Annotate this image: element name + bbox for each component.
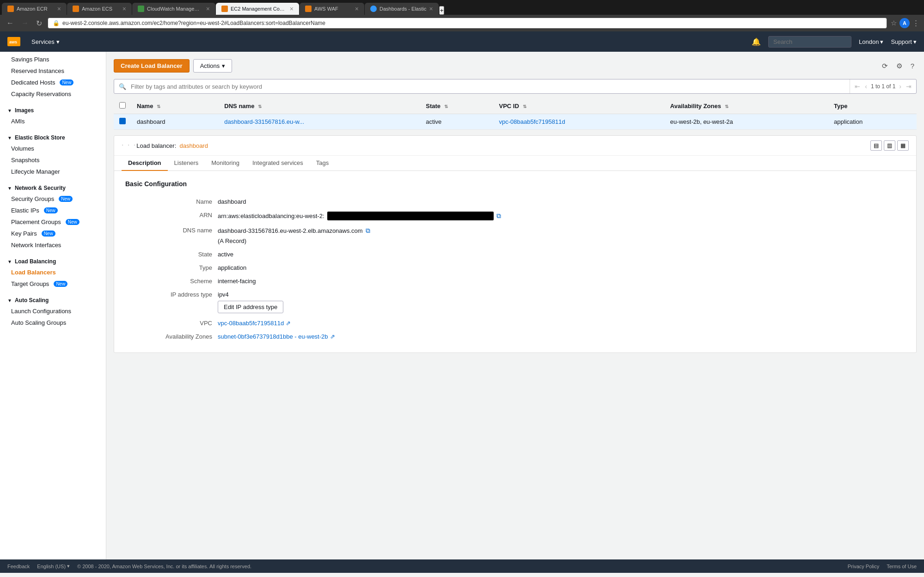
tab-ec2[interactable]: EC2 Management Console × [216,3,299,15]
sidebar-item-security-groups[interactable]: Security Groups New [0,193,106,205]
row-checkbox[interactable] [119,118,126,124]
sidebar-item-volumes[interactable]: Volumes [0,143,106,154]
detail-view-btn-1[interactable]: ▤ [870,140,882,151]
sidebar-item-load-balancers[interactable]: Load Balancers [0,267,106,278]
notifications-button[interactable]: 🔔 [752,37,761,46]
support-menu[interactable]: Support ▾ [891,38,917,45]
tab-ecs[interactable]: Amazon ECS × [67,3,132,15]
refresh-button[interactable]: ↻ [34,18,44,29]
tab-close-ec2[interactable]: × [290,6,294,12]
tab-close-ecr[interactable]: × [57,6,61,12]
col-az[interactable]: Availability Zones ⇅ [665,98,828,114]
sidebar-item-snapshots[interactable]: Snapshots [0,154,106,166]
aws-topbar: aws Services ▾ 🔔 London ▾ Support ▾ [0,31,924,52]
sidebar-item-auto-scaling-groups[interactable]: Auto Scaling Groups [0,317,106,328]
sidebar-section-header-lb[interactable]: ▼ Load Balancing [0,255,106,267]
tab-cloudwatch[interactable]: CloudWatch Management C... × [132,3,215,15]
sidebar-item-capacity-reservations[interactable]: Capacity Reservations [0,88,106,100]
col-name[interactable]: Name ⇅ [131,98,219,114]
sidebar-item-placement-groups[interactable]: Placement Groups New [0,216,106,228]
col-type[interactable]: Type [828,98,917,114]
vpc-link[interactable]: vpc-08baab5fc7195811d ⇗ [218,320,291,327]
first-page-button[interactable]: ⇤ [854,82,861,91]
sidebar-item-reserved-instances[interactable]: Reserved Instances [0,65,106,77]
browser-nav: ← → ↻ 🔒 eu-west-2.console.aws.amazon.com… [0,15,924,31]
bottom-bar-right: Privacy Policy Terms of Use [848,564,917,569]
sidebar-item-savings-plans[interactable]: Savings Plans [0,54,106,65]
tab-title-cloudwatch: CloudWatch Management C... [147,6,203,12]
tab-ecr[interactable]: Amazon ECR × [2,3,67,15]
sidebar-item-lifecycle-manager[interactable]: Lifecycle Manager [0,166,106,177]
sidebar-item-amis[interactable]: AMIs [0,115,106,127]
settings-button[interactable]: ⚙ [894,61,905,72]
create-load-balancer-button[interactable]: Create Load Balancer [114,59,190,73]
az-link[interactable]: subnet-0bf3e6737918d1bbe - eu-west-2b ⇗ [218,333,335,340]
col-dns[interactable]: DNS name ⇅ [219,98,420,114]
bookmark-button[interactable]: ☆ [891,19,897,27]
az-external-link-icon: ⇗ [330,333,335,340]
detail-header-right: ▤ ▥ ▦ [870,140,909,151]
badge-new-dedicated-hosts: New [60,79,73,85]
tab-waf[interactable]: AWS WAF × [300,3,364,15]
sidebar-section-network: ▼ Network & Security Security Groups New… [0,179,106,253]
last-page-button[interactable]: ⇥ [905,82,912,91]
edit-ip-address-type-button[interactable]: Edit IP address type [218,301,283,313]
col-state[interactable]: State ⇅ [420,98,493,114]
help-button[interactable]: ? [908,61,917,71]
search-icon: 🔍 [114,80,131,93]
new-tab-button[interactable]: + [439,6,445,15]
menu-button[interactable]: ⋮ [912,19,919,27]
refresh-button[interactable]: ⟳ [880,61,890,72]
tab-close-elastic[interactable]: × [429,6,433,12]
sidebar-section-header-ebs[interactable]: ▼ Elastic Block Store [0,131,106,143]
tab-listeners[interactable]: Listeners [168,156,205,171]
tab-close-ecs[interactable]: × [122,6,126,12]
table-row[interactable]: dashboard dashboard-331567816.eu-w... ac… [114,114,917,130]
sidebar-item-launch-configs[interactable]: Launch Configurations [0,305,106,317]
sidebar-item-key-pairs[interactable]: Key Pairs New [0,228,106,239]
sidebar-section-top: Savings Plans Reserved Instances Dedicat… [0,52,106,102]
dns-copy-icon[interactable]: ⧉ [366,227,370,235]
row-vpc: vpc-08baab5fc7195811d [494,114,665,130]
sidebar-item-dedicated-hosts[interactable]: Dedicated Hosts New [0,77,106,88]
sort-dns-icon: ⇅ [258,104,262,109]
col-vpc[interactable]: VPC ID ⇅ [494,98,665,114]
sidebar-item-label: Target Groups [11,280,49,287]
services-button[interactable]: Services ▾ [28,36,63,47]
detail-view-btn-2[interactable]: ▥ [884,140,895,151]
terms-link[interactable]: Terms of Use [887,564,917,569]
tab-tags[interactable]: Tags [310,156,335,171]
sidebar-section-header-network[interactable]: ▼ Network & Security [0,181,106,193]
select-all-checkbox[interactable] [119,102,126,109]
prev-page-button[interactable]: ‹ [864,82,868,91]
sidebar-item-elastic-ips[interactable]: Elastic IPs New [0,205,106,216]
tab-monitoring[interactable]: Monitoring [205,156,246,171]
sidebar-section-header-images[interactable]: ▼ Images [0,103,106,115]
sidebar-item-target-groups[interactable]: Target Groups New [0,278,106,290]
forward-button[interactable]: → [19,18,31,28]
info-grid: Name dashboard ARN arn:aws:elasticloadba… [125,195,905,343]
chevron-down-icon-ebs: ▼ [7,135,12,140]
type-value: application [218,261,905,274]
back-button[interactable]: ← [5,18,16,28]
detail-view-btn-3[interactable]: ▦ [897,140,909,151]
topbar-search-input[interactable] [768,36,851,48]
sidebar-item-network-interfaces[interactable]: Network Interfaces [0,239,106,251]
next-page-button[interactable]: › [898,82,902,91]
region-selector[interactable]: London ▾ [859,38,883,45]
tab-close-cloudwatch[interactable]: × [206,6,210,12]
address-bar[interactable]: 🔒 eu-west-2.console.aws.amazon.com/ec2/h… [48,18,887,29]
language-selector[interactable]: English (US) ▾ [37,563,70,569]
feedback-link[interactable]: Feedback [7,564,30,569]
filter-input[interactable] [131,80,850,93]
tab-integrated-services[interactable]: Integrated services [246,156,310,171]
tab-description[interactable]: Description [122,156,168,171]
privacy-link[interactable]: Privacy Policy [848,564,879,569]
tab-elastic[interactable]: Dashboards - Elastic × [365,3,439,15]
sidebar-section-header-as[interactable]: ▼ Auto Scaling [0,293,106,305]
toolbar-right: ⟳ ⚙ ? [880,61,917,72]
tab-close-waf[interactable]: × [355,6,359,12]
arn-copy-icon[interactable]: ⧉ [496,212,501,220]
actions-dropdown[interactable]: Actions ▾ [193,59,233,73]
actions-button[interactable]: Actions ▾ [193,59,233,73]
